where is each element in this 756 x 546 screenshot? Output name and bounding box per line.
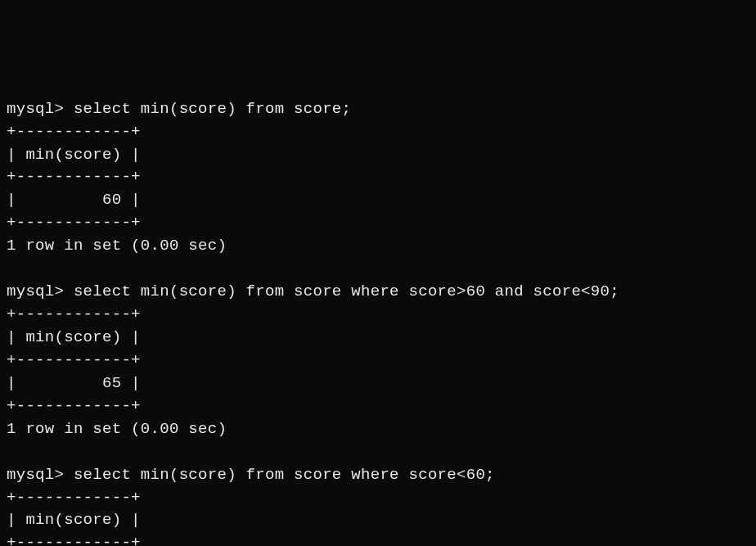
- mysql-prompt: mysql>: [7, 466, 74, 484]
- table-header: | min(score) |: [7, 511, 141, 529]
- table-border-top: +------------+: [7, 123, 141, 141]
- sql-statement: select min(score) from score;: [74, 100, 351, 118]
- table-border-mid: +------------+: [7, 351, 141, 369]
- table-header: | min(score) |: [7, 146, 141, 164]
- table-border-mid: +------------+: [7, 168, 141, 186]
- result-footer: 1 row in set (0.00 sec): [7, 237, 227, 255]
- table-border-mid: +------------+: [7, 534, 141, 546]
- query-block-2: mysql> select min(score) from score wher…: [7, 464, 749, 546]
- table-border-top: +------------+: [7, 305, 141, 323]
- query-block-1: mysql> select min(score) from score wher…: [7, 281, 749, 440]
- table-border-top: +------------+: [7, 489, 141, 507]
- result-footer: 1 row in set (0.00 sec): [7, 420, 227, 438]
- query-block-0: mysql> select min(score) from score; +--…: [7, 98, 749, 258]
- mysql-prompt: mysql>: [7, 100, 74, 118]
- table-border-bottom: +------------+: [7, 214, 141, 232]
- sql-statement: select min(score) from score where score…: [74, 282, 619, 300]
- table-row: | 60 |: [7, 191, 141, 209]
- table-row: | 65 |: [7, 374, 141, 392]
- sql-statement: select min(score) from score where score…: [74, 466, 495, 484]
- mysql-prompt: mysql>: [7, 282, 74, 300]
- table-border-bottom: +------------+: [7, 397, 141, 415]
- table-header: | min(score) |: [7, 328, 141, 346]
